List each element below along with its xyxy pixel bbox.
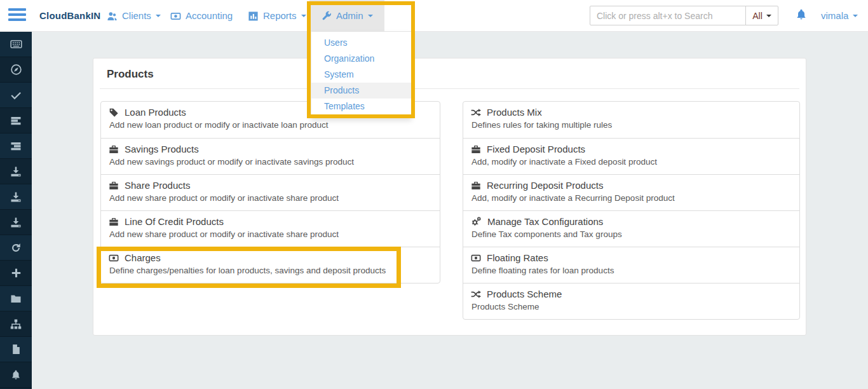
products-column-right: Products Mix Defines rules for taking mu… — [463, 101, 800, 320]
card-title: Products Mix — [487, 107, 542, 118]
sidebar-item-file[interactable] — [0, 337, 32, 362]
notifications-button[interactable] — [795, 8, 808, 21]
sidebar-item-download[interactable] — [0, 159, 32, 184]
user-name: vimala — [821, 0, 848, 32]
nav-label-admin: Admin — [336, 0, 363, 32]
nav-label-clients: Clients — [122, 0, 151, 32]
products-column-left: Loan Products Add new loan product or mo… — [100, 101, 440, 283]
sidebar-item-bell[interactable] — [0, 362, 32, 388]
nav-item-clients[interactable]: Clients — [107, 0, 161, 32]
cogs-icon — [471, 216, 482, 227]
wrench-icon — [321, 11, 332, 22]
card-title: Floating Rates — [487, 252, 548, 263]
menu-item-products[interactable]: Products — [311, 83, 411, 99]
bell-icon — [10, 369, 22, 381]
card-share-products[interactable]: Share Products Add new share product or … — [101, 174, 440, 210]
chevron-down-icon — [156, 15, 161, 20]
download-icon — [10, 191, 22, 203]
card-desc: Add, modify or inactivate a Fixed deposi… — [471, 157, 792, 167]
sidebar-item-tasks[interactable] — [0, 108, 32, 133]
folder-icon — [10, 293, 22, 304]
sidebar-item-check[interactable] — [0, 83, 32, 108]
card-desc: Add new share product or modify or inact… — [109, 193, 432, 203]
sidebar-item-compass[interactable] — [0, 57, 32, 83]
download-icon — [10, 217, 22, 228]
chevron-down-icon — [301, 15, 306, 20]
card-title: Savings Products — [125, 144, 199, 154]
card-charges[interactable]: Charges Define charges/penalties for loa… — [101, 247, 440, 283]
nav-item-reports[interactable]: Reports — [248, 0, 306, 32]
tasks-icon — [10, 140, 22, 152]
nav-item-accounting[interactable]: Accounting — [170, 0, 233, 32]
nav-label-accounting: Accounting — [186, 0, 233, 32]
menu-item-system[interactable]: System — [311, 67, 411, 83]
nav-item-admin[interactable]: Admin — [309, 0, 384, 32]
chevron-down-icon — [766, 15, 771, 20]
plus-icon — [11, 268, 22, 278]
card-title: Line Of Credit Products — [125, 216, 224, 227]
sidebar-item-download-2[interactable] — [0, 184, 32, 210]
card-products-scheme[interactable]: Products Scheme Products Scheme — [463, 283, 799, 319]
left-sidebar — [0, 32, 32, 389]
money-icon — [109, 253, 119, 263]
tags-icon — [109, 107, 119, 118]
sidebar-item-tasks-2[interactable] — [0, 133, 32, 159]
card-savings-products[interactable]: Savings Products Add new savings product… — [101, 138, 440, 174]
chevron-down-icon — [368, 15, 373, 20]
card-title: Manage Tax Configurations — [487, 216, 603, 227]
card-recurring-deposit-products[interactable]: Recurring Deposit Products Add, modify o… — [463, 174, 799, 210]
divider — [100, 88, 799, 89]
compass-icon — [10, 64, 22, 76]
card-title: Fixed Deposit Products — [487, 144, 585, 154]
search-scope-value: All — [752, 11, 763, 21]
admin-dropdown-menu: Users Organization System Products Templ… — [311, 32, 412, 118]
card-title: Share Products — [125, 180, 190, 191]
menu-item-templates[interactable]: Templates — [311, 99, 411, 114]
briefcase-icon — [109, 217, 119, 227]
card-desc: Add, modify or inactivate a Recurring De… — [471, 193, 792, 203]
card-desc: Define floating rates for loan products — [471, 266, 792, 275]
app-root: CloudBankIN Clients Accounting Reports A… — [0, 0, 868, 389]
keyboard-icon — [10, 38, 22, 50]
card-desc: Define Tax components and Tax groups — [471, 229, 792, 239]
card-floating-rates[interactable]: Floating Rates Define floating rates for… — [463, 247, 799, 283]
card-fixed-deposit-products[interactable]: Fixed Deposit Products Add, modify or in… — [463, 138, 799, 174]
menu-item-organization[interactable]: Organization — [311, 51, 411, 67]
sidebar-item-keyboard[interactable] — [0, 32, 32, 57]
sidebar-item-sitemap[interactable] — [0, 311, 32, 337]
card-products-mix[interactable]: Products Mix Defines rules for taking mu… — [463, 102, 799, 138]
card-line-of-credit-products[interactable]: Line Of Credit Products Add new share pr… — [101, 210, 440, 247]
briefcase-icon — [471, 144, 481, 154]
tasks-icon — [10, 115, 22, 126]
sidebar-item-folder[interactable] — [0, 286, 32, 311]
card-title: Loan Products — [125, 107, 186, 118]
menu-item-users[interactable]: Users — [311, 35, 411, 51]
app-logo[interactable]: CloudBankIN — [39, 0, 100, 32]
hamburger-menu-icon[interactable] — [8, 8, 26, 24]
money-icon — [471, 253, 481, 263]
briefcase-icon — [109, 144, 119, 154]
download-icon — [10, 166, 22, 177]
refresh-icon — [10, 242, 22, 254]
card-title: Products Scheme — [487, 289, 562, 299]
shuffle-icon — [471, 107, 481, 118]
card-desc: Define charges/penalties for loan produc… — [109, 266, 432, 275]
search-scope-select[interactable]: All — [745, 6, 778, 25]
page-title: Products — [93, 58, 806, 88]
user-menu[interactable]: vimala — [821, 0, 858, 32]
briefcase-icon — [109, 181, 119, 191]
bar-chart-icon — [248, 11, 259, 22]
card-manage-tax-configurations[interactable]: Manage Tax Configurations Define Tax com… — [463, 210, 799, 247]
card-desc: Add new loan product or modify or inacti… — [109, 120, 432, 130]
search-input[interactable] — [590, 6, 746, 25]
sidebar-item-add[interactable] — [0, 261, 32, 286]
card-desc: Defines rules for taking multiple rules — [471, 120, 792, 130]
sitemap-icon — [10, 318, 22, 330]
sidebar-item-refresh[interactable] — [0, 235, 32, 261]
card-desc: Add new savings product or modify or ina… — [109, 157, 432, 167]
sidebar-item-download-3[interactable] — [0, 210, 32, 235]
card-desc: Add new share product or modify or inact… — [109, 229, 432, 239]
shuffle-icon — [471, 289, 481, 299]
money-icon — [170, 11, 181, 22]
card-title: Charges — [125, 252, 161, 263]
